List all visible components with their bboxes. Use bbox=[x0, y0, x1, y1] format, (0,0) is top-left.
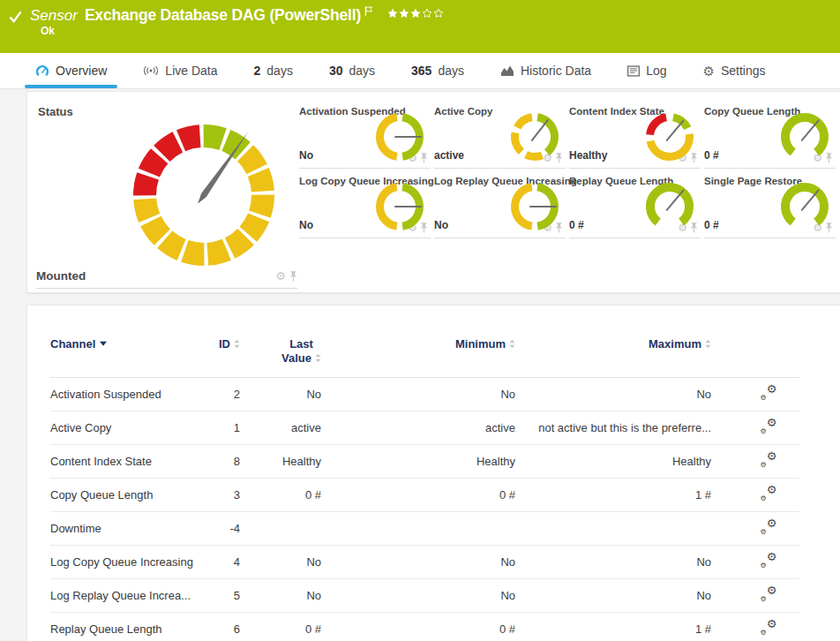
tab-label: days bbox=[438, 64, 464, 78]
sensor-status-text: Ok bbox=[41, 25, 55, 37]
minimum-value: 0 # bbox=[321, 478, 515, 511]
last-value: No bbox=[240, 578, 321, 612]
sort-icon bbox=[509, 339, 515, 349]
minimum-value: No bbox=[321, 545, 515, 578]
table-row: Activation Suspended2NoNoNo⚙⚙ bbox=[50, 377, 799, 411]
gauge-chart-replay-queue-length bbox=[645, 182, 694, 231]
edit-channel-gears-icon[interactable]: ⚙⚙ bbox=[761, 519, 777, 534]
edit-channel-gears-icon[interactable]: ⚙⚙ bbox=[761, 620, 777, 635]
gauge-panel-log-replay-queue-increasing: Log Replay Queue IncreasingNo⚙ bbox=[434, 169, 566, 238]
tab-label: Settings bbox=[721, 64, 766, 78]
table-header-row: ChannelIDLastValueMinimumMaximum bbox=[50, 332, 799, 377]
gauge-chart-activation-suspended bbox=[375, 112, 424, 162]
tab-live-data[interactable]: Live Data bbox=[132, 53, 228, 88]
gauge-value: No bbox=[299, 149, 313, 162]
table-row: Log Replay Queue Increa...5NoNoNo⚙⚙ bbox=[50, 578, 799, 612]
edit-channel-gears-icon[interactable]: ⚙⚙ bbox=[761, 553, 777, 568]
tab-label: Log bbox=[646, 64, 666, 78]
tab-settings[interactable]: ⚙Settings bbox=[692, 53, 776, 88]
priority-stars[interactable] bbox=[387, 8, 444, 19]
channel-id: -4 bbox=[200, 511, 240, 545]
channel-id: 8 bbox=[200, 444, 240, 478]
column-header-last-value[interactable]: LastValue bbox=[240, 332, 321, 377]
main-content: Status Mounted ⚙ Activation SuspendedNo⚙… bbox=[0, 89, 840, 641]
channel-name: Replay Queue Length bbox=[50, 612, 200, 641]
tab-log[interactable]: Log bbox=[617, 53, 677, 88]
table-row: Copy Queue Length30 #0 #1 #⚙⚙ bbox=[50, 478, 799, 511]
tab-label: Overview bbox=[56, 64, 107, 78]
sort-icon bbox=[234, 339, 240, 349]
sort-icon bbox=[705, 339, 711, 349]
gauge-panel-activation-suspended: Activation SuspendedNo⚙ bbox=[299, 99, 431, 169]
pin-icon[interactable] bbox=[289, 271, 297, 282]
column-header-minimum[interactable]: Minimum bbox=[321, 332, 515, 377]
tab-historic-data[interactable]: Historic Data bbox=[490, 53, 602, 88]
status-ok-check-icon bbox=[9, 11, 22, 23]
row-actions: ⚙⚙ bbox=[711, 478, 799, 511]
last-value: No bbox=[240, 545, 321, 578]
gauge-value: 0 # bbox=[569, 219, 584, 231]
table-row: Log Copy Queue Increasing4NoNoNo⚙⚙ bbox=[50, 545, 799, 578]
gauge-icon bbox=[35, 64, 49, 78]
gauge-value: 0 # bbox=[704, 219, 719, 231]
channel-name: Log Replay Queue Increa... bbox=[50, 578, 200, 612]
minimum-value: Healthy bbox=[321, 444, 515, 478]
minimum-value bbox=[321, 511, 515, 545]
column-label: Maximum bbox=[649, 337, 701, 351]
edit-channel-gears-icon[interactable]: ⚙⚙ bbox=[761, 452, 777, 467]
channel-id: 6 bbox=[200, 612, 240, 641]
row-actions: ⚙⚙ bbox=[711, 377, 799, 411]
column-header-id[interactable]: ID bbox=[200, 332, 240, 377]
edit-channel-gears-icon[interactable]: ⚙⚙ bbox=[761, 385, 777, 400]
log-icon bbox=[627, 65, 640, 77]
minimum-value: No bbox=[321, 578, 515, 612]
minimum-value: 0 # bbox=[321, 612, 515, 641]
channel-id: 1 bbox=[200, 411, 240, 444]
tab-2-days[interactable]: 2 days bbox=[244, 53, 304, 88]
gauge-value: 0 # bbox=[704, 149, 719, 162]
gauge-chart-log-replay-queue-increasing bbox=[510, 182, 559, 231]
channel-id: 3 bbox=[200, 478, 240, 511]
star-outline-icon[interactable] bbox=[422, 8, 432, 19]
gauge-value: Healthy bbox=[569, 149, 607, 162]
channel-name: Activation Suspended bbox=[50, 377, 200, 411]
star-outline-icon[interactable] bbox=[433, 8, 444, 19]
column-header-actions bbox=[711, 332, 799, 377]
tab-number: 30 bbox=[329, 64, 343, 78]
column-label: Channel bbox=[50, 337, 95, 351]
table-row: Active Copy1activeactivenot active but t… bbox=[50, 411, 799, 444]
tab-365-days[interactable]: 365 days bbox=[401, 53, 475, 88]
gauge-value: active bbox=[434, 149, 464, 162]
gauge-value: No bbox=[299, 219, 313, 231]
tab-30-days[interactable]: 30 days bbox=[319, 53, 386, 88]
channel-id: 2 bbox=[200, 377, 240, 411]
star-filled-icon[interactable] bbox=[410, 8, 421, 19]
column-header-maximum[interactable]: Maximum bbox=[515, 332, 711, 377]
last-value bbox=[240, 511, 321, 545]
tab-overview[interactable]: Overview bbox=[25, 53, 117, 88]
gauge-panel-copy-queue-length: Copy Queue Length0 #⚙ bbox=[704, 99, 836, 169]
minimum-value: active bbox=[321, 411, 515, 444]
flag-icon[interactable] bbox=[364, 5, 373, 17]
table-row: Replay Queue Length60 #0 #1 #⚙⚙ bbox=[50, 612, 799, 641]
maximum-value bbox=[515, 511, 711, 545]
gauge-chart-copy-queue-length bbox=[780, 112, 829, 162]
channel-name: Active Copy bbox=[50, 411, 200, 444]
edit-channel-gears-icon[interactable]: ⚙⚙ bbox=[761, 486, 777, 501]
edit-channel-gears-icon[interactable]: ⚙⚙ bbox=[761, 586, 777, 601]
gauge-chart-single-page-restore bbox=[780, 182, 829, 231]
edit-channel-gears-icon[interactable]: ⚙⚙ bbox=[761, 419, 777, 434]
channel-name: Log Copy Queue Increasing bbox=[50, 545, 200, 578]
sort-icon bbox=[315, 353, 321, 363]
gear-icon[interactable]: ⚙ bbox=[275, 269, 286, 283]
tab-label: days bbox=[349, 64, 375, 78]
row-actions: ⚙⚙ bbox=[711, 444, 799, 478]
gauge-panel-content-index-state: Content Index StateHealthy⚙ bbox=[569, 99, 701, 169]
status-gauge-chart bbox=[128, 119, 280, 271]
column-header-channel[interactable]: Channel bbox=[50, 332, 200, 377]
channels-table-card: ChannelIDLastValueMinimumMaximum Activat… bbox=[26, 305, 840, 641]
column-label: ID bbox=[219, 337, 230, 351]
star-filled-icon[interactable] bbox=[387, 8, 398, 19]
star-filled-icon[interactable] bbox=[399, 8, 409, 19]
column-label: Last bbox=[289, 337, 313, 351]
